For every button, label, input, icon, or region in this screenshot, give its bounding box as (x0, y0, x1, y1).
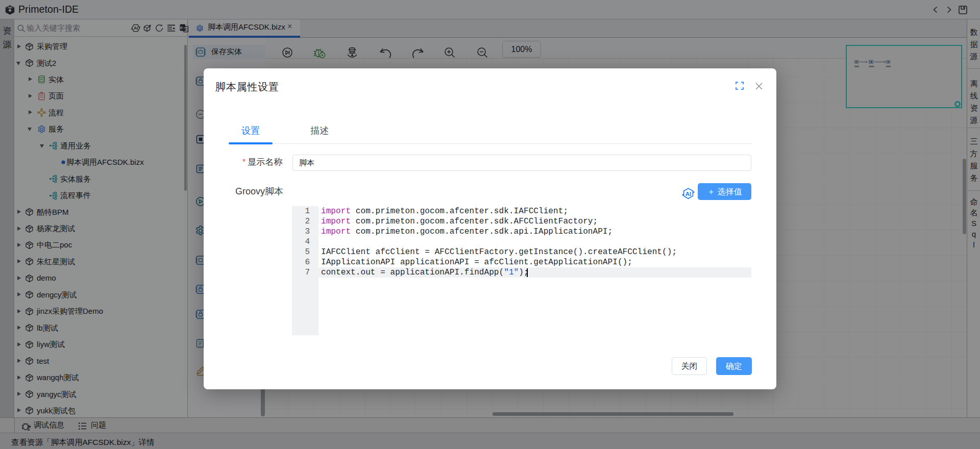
svg-text:AI: AI (685, 191, 692, 197)
